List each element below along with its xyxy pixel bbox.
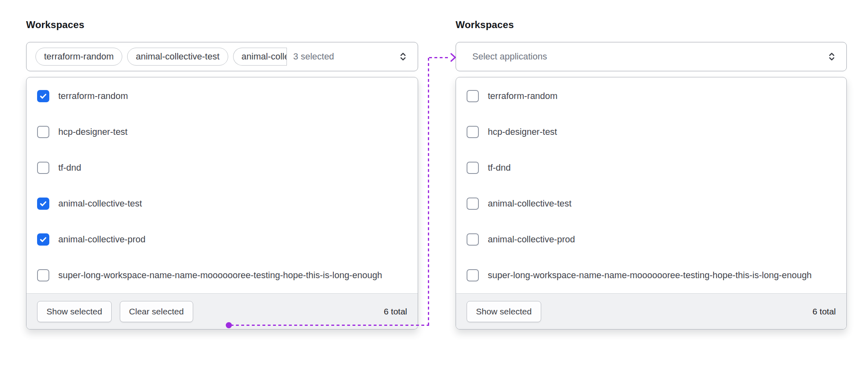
option-row[interactable]: terraform-random xyxy=(456,78,846,114)
checkbox[interactable] xyxy=(467,126,479,138)
multiselect-widget-left: Workspaces terraform-random animal-colle… xyxy=(26,19,418,329)
option-list: terraform-random hcp-designer-test tf-dn… xyxy=(456,77,846,293)
options-dropdown: terraform-random hcp-designer-test tf-dn… xyxy=(26,77,418,329)
annotation-line-horizontal-top xyxy=(429,57,449,58)
checkbox[interactable] xyxy=(37,233,49,246)
total-count: 6 total xyxy=(384,307,407,316)
checkbox[interactable] xyxy=(37,126,49,138)
option-label: hcp-designer-test xyxy=(58,126,128,138)
checkbox[interactable] xyxy=(467,233,479,246)
option-label: animal-collective-prod xyxy=(58,233,145,246)
option-label: tf-dnd xyxy=(488,162,511,174)
option-label: tf-dnd xyxy=(58,162,81,174)
option-row[interactable]: hcp-designer-test xyxy=(26,114,418,150)
option-label: super-long-workspace-name-name-moooooore… xyxy=(488,269,812,281)
option-row[interactable]: super-long-workspace-name-name-moooooore… xyxy=(26,257,418,293)
option-label: terraform-random xyxy=(488,90,557,102)
option-row[interactable]: tf-dnd xyxy=(26,150,418,186)
checkbox[interactable] xyxy=(467,90,479,102)
selected-tag-clipped[interactable]: animal-collective-prod xyxy=(233,48,287,66)
option-label: terraform-random xyxy=(58,90,128,102)
option-list: terraform-random hcp-designer-test tf-dn… xyxy=(26,77,418,293)
clear-selected-button[interactable]: Clear selected xyxy=(120,301,193,322)
field-label: Workspaces xyxy=(456,19,847,31)
selected-count: 3 selected xyxy=(293,51,334,62)
checkbox[interactable] xyxy=(37,198,49,210)
checkbox[interactable] xyxy=(467,198,479,210)
option-row[interactable]: animal-collective-prod xyxy=(456,222,846,257)
annotation-line-vertical xyxy=(428,58,429,325)
field-label: Workspaces xyxy=(26,19,418,31)
dropdown-footer: Show selected Clear selected 6 total xyxy=(26,293,418,329)
checkbox[interactable] xyxy=(37,90,49,102)
option-row[interactable]: tf-dnd xyxy=(456,150,846,186)
multiselect-toggle[interactable]: Select applications xyxy=(456,42,847,71)
dropdown-footer: Show selected 6 total xyxy=(456,293,846,329)
option-label: animal-collective-test xyxy=(58,198,142,210)
multiselect-toggle[interactable]: terraform-random animal-collective-test … xyxy=(26,42,418,71)
option-label: animal-collective-test xyxy=(488,198,571,210)
option-row[interactable]: animal-collective-prod xyxy=(26,222,418,257)
show-selected-button[interactable]: Show selected xyxy=(467,301,541,322)
option-label: hcp-designer-test xyxy=(488,126,557,138)
checkbox[interactable] xyxy=(467,269,479,281)
checkbox[interactable] xyxy=(37,162,49,174)
checkbox[interactable] xyxy=(467,162,479,174)
show-selected-button[interactable]: Show selected xyxy=(37,301,112,322)
option-label: super-long-workspace-name-name-moooooore… xyxy=(58,269,382,281)
select-placeholder: Select applications xyxy=(472,51,547,62)
option-row[interactable]: terraform-random xyxy=(26,78,418,114)
unfold-chevrons-icon xyxy=(826,51,837,62)
total-count: 6 total xyxy=(813,307,836,316)
multiselect-widget-right: Workspaces Select applications terraform… xyxy=(456,19,847,329)
selected-tag[interactable]: terraform-random xyxy=(35,48,122,66)
option-label: animal-collective-prod xyxy=(488,233,575,246)
option-row[interactable]: super-long-workspace-name-name-moooooore… xyxy=(456,257,846,293)
option-row[interactable]: hcp-designer-test xyxy=(456,114,846,150)
unfold-chevrons-icon xyxy=(397,51,409,62)
selected-tag[interactable]: animal-collective-test xyxy=(127,48,228,66)
checkbox[interactable] xyxy=(37,269,49,281)
option-row[interactable]: animal-collective-test xyxy=(456,186,846,222)
option-row[interactable]: animal-collective-test xyxy=(26,186,418,222)
options-dropdown: terraform-random hcp-designer-test tf-dn… xyxy=(456,77,847,329)
